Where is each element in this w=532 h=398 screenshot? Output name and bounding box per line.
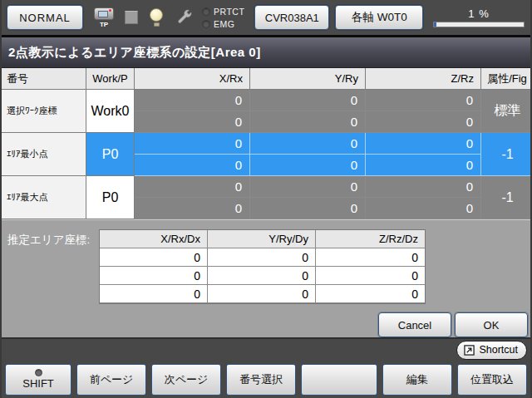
prtct-led-icon [202,7,210,16]
estimate-header-y: Y/Ry/Dy [208,230,316,248]
value-cell[interactable]: 0 [366,133,481,155]
estimate-cell: 0 [316,285,425,303]
speed-value: 1 % [468,7,489,20]
value-cell[interactable]: 0 [135,90,250,111]
ok-button[interactable]: OK [455,312,528,337]
speed-display: 1 % [432,7,525,27]
estimate-cell: 0 [100,285,208,303]
motion-mode-button[interactable]: 各軸 W0T0 [335,5,423,30]
lamp-icon-base [154,22,160,27]
shift-led-icon [35,369,42,376]
blank-function-button[interactable] [301,364,377,396]
area-max-workp-cell[interactable]: P0 [86,176,135,219]
estimate-table: X/Rx/Dx Y/Ry/Dy Z/Rz/Dz 0 0 0 0 0 0 0 0 … [99,229,426,304]
top-status-bar: NORMAL TP PRTCT [2,0,530,35]
col-header-workp: Work/P [86,68,135,90]
row-label-work-coord: 選択ﾜｰｸ座標 [2,90,86,133]
value-cell[interactable]: 0 [250,198,366,219]
teach-pendant-icon-body [94,7,114,20]
col-header-x: X/Rx [135,68,250,90]
value-cell[interactable]: 0 [366,111,481,133]
estimate-label: 推定エリア座標: [7,233,90,248]
value-cell[interactable]: 0 [135,111,250,133]
area-max-attr-cell[interactable]: -1 [481,176,532,219]
teach-pendant-screen: NORMAL TP PRTCT [0,0,532,398]
value-cell[interactable]: 0 [135,176,250,198]
estimate-cell: 0 [100,248,208,267]
wrench-icon [175,8,194,27]
teach-pendant-icon-screen [98,11,108,17]
value-cell[interactable]: 0 [250,176,366,198]
lamp-icon-glass [150,8,163,22]
shortcut-icon [464,345,475,356]
cancel-button[interactable]: Cancel [378,312,451,337]
area-min-workp-cell[interactable]: P0 [86,133,135,176]
speed-progress-fill [434,22,436,27]
lamp-icon [150,8,164,27]
safety-indicators: PRTCT EMG [202,7,244,29]
value-cell[interactable]: 0 [135,198,250,219]
emg-label: EMG [214,19,234,29]
value-cell[interactable]: 0 [135,133,250,155]
emg-led-icon [202,20,210,28]
value-cell[interactable]: 0 [250,155,366,176]
teach-pendant-icon-led [109,9,111,12]
col-header-z: Z/Rz [366,68,481,90]
work-coord-attr-cell[interactable]: 標準 [481,90,532,133]
area-min-attr-cell[interactable]: -1 [481,133,532,176]
col-header-attr: 属性/Fig [481,68,532,90]
value-cell[interactable]: 0 [135,155,250,176]
estimate-cell: 0 [316,248,425,267]
mode-button[interactable]: NORMAL [7,5,83,30]
teach-pendant-icon: TP [93,7,115,28]
position-capture-button[interactable]: 位置取込 [457,364,527,396]
status-icon-group: TP [93,7,202,28]
number-select-button[interactable]: 番号選択 [226,364,296,396]
page-title: 2点教示によるエリア座標系の設定[Area 0] [8,45,261,61]
value-cell[interactable]: 0 [366,90,481,111]
function-key-bar: SHIFT 前ページ 次ページ 番号選択 編集 位置取込 [2,361,530,398]
estimate-cell: 0 [208,285,316,303]
prev-page-button[interactable]: 前ページ [76,364,146,396]
value-cell[interactable]: 0 [366,176,481,198]
row-label-area-min: ｴﾘｱ最小点 [2,133,86,176]
edit-button[interactable]: 編集 [382,364,452,396]
speed-progress-bar [433,22,525,27]
estimate-header-x: X/Rx/Dx [100,230,208,248]
estimate-header-z: Z/Rz/Dz [316,230,425,248]
col-header-y: Y/Ry [250,68,366,90]
value-cell[interactable]: 0 [366,198,481,219]
prtct-label: PRTCT [214,7,244,17]
estimate-cell: 0 [208,267,316,285]
dialog-button-row: Cancel OK [2,306,530,337]
estimate-section: 推定エリア座標: X/Rx/Dx Y/Ry/Dy Z/Rz/Dz 0 0 0 0… [2,229,530,306]
value-cell[interactable]: 0 [250,111,366,133]
next-page-button[interactable]: 次ページ [151,364,221,396]
prtct-indicator: PRTCT [202,7,244,17]
value-cell[interactable]: 0 [250,90,366,111]
estimate-cell: 0 [208,248,316,267]
program-button[interactable]: CVR038A1 [254,5,329,30]
tp-icon-label: TP [100,21,108,28]
area-coordinate-table: 番号 Work/P X/Rx Y/Ry Z/Rz 属性/Fig 選択ﾜｰｸ座標 … [2,68,530,220]
shortcut-button[interactable]: Shortcut [456,341,527,360]
shortcut-strip: Shortcut [2,337,530,361]
value-cell[interactable]: 0 [366,155,481,176]
content-area: 番号 Work/P X/Rx Y/Ry Z/Rz 属性/Fig 選択ﾜｰｸ座標 … [2,68,530,337]
estimate-cell: 0 [316,267,425,285]
value-cell[interactable]: 0 [250,133,366,155]
work-coord-workp-cell[interactable]: Work0 [86,90,135,133]
emg-indicator: EMG [202,19,244,29]
shift-button[interactable]: SHIFT [5,364,71,396]
estimate-cell: 0 [100,267,208,285]
col-header-number: 番号 [2,68,86,90]
stop-square-icon [125,11,138,24]
shift-button-label: SHIFT [22,377,54,390]
title-bar: 2点教示によるエリア座標系の設定[Area 0] [2,37,530,68]
row-label-area-max: ｴﾘｱ最大点 [2,176,86,219]
shortcut-button-label: Shortcut [479,344,518,356]
